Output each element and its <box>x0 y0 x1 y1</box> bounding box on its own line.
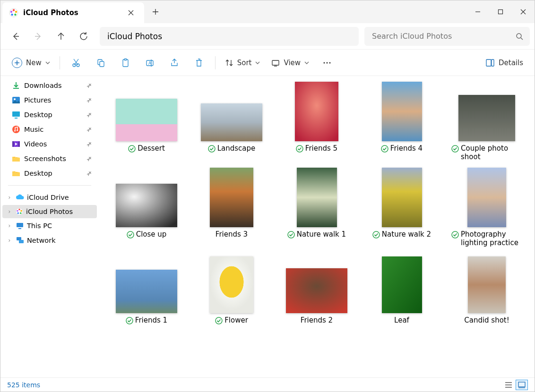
this-pc-icon <box>16 222 24 230</box>
thumbnail <box>297 168 337 227</box>
sidebar-tree-network[interactable]: ›Network <box>2 233 97 247</box>
sidebar-item-label: Desktop <box>24 111 52 119</box>
rename-button[interactable]: A <box>138 53 161 72</box>
svg-rect-40 <box>19 240 24 243</box>
svg-point-28 <box>17 130 18 131</box>
view-button[interactable]: View <box>267 53 314 72</box>
file-item[interactable]: Leaf <box>363 254 440 324</box>
file-item[interactable]: Photography lighting practice <box>449 168 525 247</box>
refresh-button[interactable] <box>73 27 94 46</box>
file-item[interactable]: Nature walk 1 <box>278 168 355 247</box>
new-tab-button[interactable] <box>144 0 167 23</box>
forward-button[interactable] <box>28 27 49 46</box>
thumbnail <box>382 256 422 313</box>
svg-point-37 <box>17 210 18 212</box>
synced-icon <box>208 145 216 153</box>
up-button[interactable] <box>51 27 71 46</box>
svg-point-36 <box>17 212 19 214</box>
file-item[interactable]: Couple photo shoot <box>449 82 525 161</box>
back-button[interactable] <box>5 27 26 46</box>
details-button[interactable]: Details <box>481 53 528 72</box>
sort-button[interactable]: Sort <box>220 53 265 72</box>
svg-point-46 <box>296 145 303 152</box>
address-bar[interactable]: iCloud Photos <box>100 27 359 46</box>
statusbar: 525 items <box>0 377 535 392</box>
svg-point-59 <box>452 231 458 238</box>
svg-point-24 <box>14 98 16 100</box>
share-button[interactable] <box>163 53 186 72</box>
minimize-button[interactable] <box>466 0 489 23</box>
file-item[interactable]: Friends 1 <box>108 254 185 324</box>
file-grid: DessertLandscapeFriends 5Friends 4Couple… <box>108 82 525 324</box>
cut-button[interactable] <box>65 53 87 72</box>
content-area[interactable]: DessertLandscapeFriends 5Friends 4Couple… <box>99 76 535 377</box>
paste-button[interactable] <box>114 53 137 72</box>
svg-rect-65 <box>382 256 422 313</box>
file-item[interactable]: Landscape <box>193 82 270 161</box>
sidebar-quick-desktop[interactable]: Desktop <box>2 166 97 180</box>
file-item[interactable]: Friends 2 <box>278 254 355 324</box>
more-button[interactable] <box>316 53 338 72</box>
svg-point-4 <box>14 14 16 16</box>
close-window-button[interactable] <box>512 0 535 23</box>
file-item[interactable]: Candid shot! <box>449 254 525 324</box>
search-input[interactable] <box>372 32 522 41</box>
sidebar-quick-videos[interactable]: Videos <box>2 137 97 151</box>
svg-rect-53 <box>210 168 253 227</box>
sidebar-quick-screenshots[interactable]: Screenshots <box>2 152 97 166</box>
sidebar-item-label: This PC <box>27 222 52 230</box>
titlebar: iCloud Photos <box>0 0 535 23</box>
thumbnail <box>382 82 422 141</box>
synced-icon <box>372 231 380 239</box>
file-name: Couple photo shoot <box>461 144 522 161</box>
file-name: Close up <box>136 230 167 239</box>
file-item[interactable]: Close up <box>108 168 185 247</box>
svg-rect-21 <box>486 60 491 66</box>
address-text: iCloud Photos <box>107 32 162 41</box>
search-box[interactable] <box>364 27 530 46</box>
icloud-photos-icon <box>9 8 18 17</box>
sidebar-tree-icloud-photos[interactable]: ›iCloud Photos <box>2 205 97 218</box>
svg-rect-41 <box>116 99 177 141</box>
svg-rect-51 <box>116 184 177 227</box>
svg-rect-54 <box>297 168 337 227</box>
sidebar-quick-pictures[interactable]: Pictures <box>2 93 97 107</box>
tab-icloud-photos[interactable]: iCloud Photos <box>2 2 144 23</box>
maximize-button[interactable] <box>489 0 512 23</box>
file-item[interactable]: Flower <box>193 254 270 324</box>
sidebar-quick-desktop[interactable]: Desktop <box>2 108 97 122</box>
search-icon <box>516 33 523 40</box>
pictures-icon <box>12 96 20 104</box>
svg-point-6 <box>10 11 12 13</box>
sidebar-quick-music[interactable]: Music <box>2 122 97 136</box>
pin-icon <box>86 96 94 104</box>
svg-rect-45 <box>295 82 338 141</box>
sidebar-tree-this-pc[interactable]: ›This PC <box>2 219 97 233</box>
new-button[interactable]: New <box>7 53 55 72</box>
sidebar-quick-downloads[interactable]: Downloads <box>2 78 97 93</box>
file-item[interactable]: Friends 5 <box>278 82 355 161</box>
close-tab-button[interactable] <box>125 7 137 18</box>
svg-rect-60 <box>116 270 177 313</box>
details-view-button[interactable] <box>502 380 515 390</box>
item-count: 525 items <box>7 381 40 389</box>
sidebar: DownloadsPicturesDesktopMusicVideosScree… <box>0 76 99 377</box>
svg-rect-47 <box>382 82 422 141</box>
sidebar-item-label: Music <box>24 126 43 133</box>
network-icon <box>16 236 24 245</box>
file-item[interactable]: Nature walk 2 <box>363 168 440 247</box>
copy-button[interactable] <box>89 53 112 72</box>
thumbnails-view-button[interactable] <box>516 380 528 390</box>
sidebar-tree-icloud-drive[interactable]: ›iCloud Drive <box>2 190 97 205</box>
file-item[interactable]: Friends 4 <box>363 82 440 161</box>
thumbnail <box>286 268 347 313</box>
plus-circle-icon <box>12 58 22 68</box>
view-label: View <box>284 59 301 67</box>
file-name: Nature walk 1 <box>297 230 346 239</box>
file-item[interactable]: Friends 3 <box>193 168 270 247</box>
chevron-down-icon <box>45 60 50 65</box>
thumbnail <box>382 168 422 227</box>
delete-button[interactable] <box>188 53 210 72</box>
file-item[interactable]: Dessert <box>108 82 185 161</box>
thumbnail <box>468 256 506 313</box>
